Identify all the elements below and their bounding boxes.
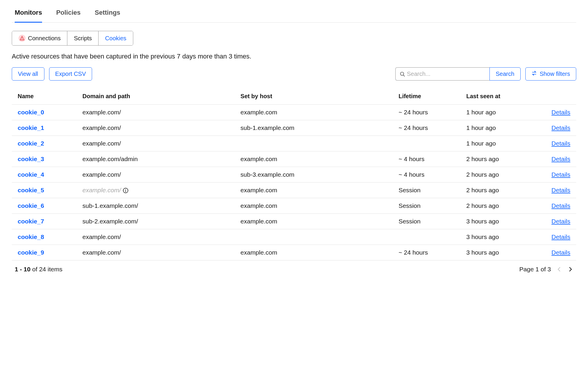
cell-lifetime: ~ 24 hours <box>396 245 463 260</box>
cell-domain-path: example.com/ <box>79 229 237 245</box>
cookie-name-link[interactable]: cookie_7 <box>18 218 44 225</box>
info-icon[interactable] <box>123 188 129 193</box>
sub-tab-label: Scripts <box>74 35 92 42</box>
cell-set-by-host: example.com <box>238 198 396 214</box>
page-description: Active resources that have been captured… <box>12 53 576 60</box>
cell-domain-path: sub-1.example.com/ <box>79 198 237 214</box>
cell-set-by-host: example.com <box>238 245 396 260</box>
table-row: cookie_2example.com/1 hour agoDetails <box>12 136 576 151</box>
cell-domain-path: example.com/ <box>79 167 237 183</box>
table-row: cookie_0example.com/example.com~ 24 hour… <box>12 105 576 120</box>
table-row: cookie_3example.com/adminexample.com~ 4 … <box>12 151 576 167</box>
details-link[interactable]: Details <box>552 140 570 147</box>
prev-page-button[interactable] <box>556 266 562 272</box>
cell-set-by-host: example.com <box>238 151 396 167</box>
table-row: cookie_1example.com/sub-1.example.com~ 2… <box>12 120 576 136</box>
details-link[interactable]: Details <box>552 171 570 178</box>
cell-last-seen: 3 hours ago <box>463 229 531 245</box>
cookie-name-link[interactable]: cookie_1 <box>18 124 44 131</box>
export-csv-button[interactable]: Export CSV <box>49 67 92 81</box>
details-link[interactable]: Details <box>552 233 570 240</box>
svg-point-2 <box>401 72 404 75</box>
sub-tab-cookies[interactable]: Cookies <box>98 31 133 45</box>
toolbar: View all Export CSV Search Show filters <box>12 67 576 81</box>
table-row: cookie_5example.com/example.comSession2 … <box>12 183 576 198</box>
cookie-name-link[interactable]: cookie_5 <box>18 187 44 193</box>
sub-tab-scripts[interactable]: Scripts <box>67 31 98 45</box>
show-filters-button[interactable]: Show filters <box>525 67 576 81</box>
table-row: cookie_8example.com/3 hours agoDetails <box>12 229 576 245</box>
cookies-table: Name Domain and path Set by host Lifetim… <box>12 89 576 260</box>
cell-last-seen: 2 hours ago <box>463 183 531 198</box>
cell-last-seen: 2 hours ago <box>463 198 531 214</box>
search-button[interactable]: Search <box>489 67 520 81</box>
details-link[interactable]: Details <box>552 124 570 131</box>
cell-domain-path: example.com/ <box>79 120 237 136</box>
cell-domain-path: sub-2.example.com/ <box>79 214 237 229</box>
sub-tab-label: Connections <box>28 35 61 42</box>
cell-lifetime: ~ 4 hours <box>396 167 463 183</box>
table-row: cookie_4example.com/sub-3.example.com~ 4… <box>12 167 576 183</box>
next-page-button[interactable] <box>567 266 573 272</box>
cookie-name-link[interactable]: cookie_3 <box>18 156 44 162</box>
details-link[interactable]: Details <box>552 218 570 225</box>
sub-tab-label: Cookies <box>105 35 126 42</box>
cell-set-by-host: sub-1.example.com <box>238 120 396 136</box>
details-link[interactable]: Details <box>552 187 570 193</box>
cell-last-seen: 1 hour ago <box>463 136 531 151</box>
tab-monitors[interactable]: Monitors <box>15 6 42 23</box>
cell-last-seen: 1 hour ago <box>463 120 531 136</box>
cell-domain-path: example.com/admin <box>79 151 237 167</box>
search-box <box>395 67 489 81</box>
cell-last-seen: 2 hours ago <box>463 167 531 183</box>
col-details <box>531 89 576 105</box>
col-domain-path: Domain and path <box>79 89 237 105</box>
cell-lifetime: Session <box>396 214 463 229</box>
cookie-name-link[interactable]: cookie_9 <box>18 249 44 256</box>
cell-lifetime <box>396 229 463 245</box>
table-row: cookie_7sub-2.example.com/example.comSes… <box>12 214 576 229</box>
cell-domain-path: example.com/ <box>79 136 237 151</box>
cell-last-seen: 2 hours ago <box>463 151 531 167</box>
cell-last-seen: 3 hours ago <box>463 214 531 229</box>
cell-last-seen: 1 hour ago <box>463 105 531 120</box>
search-input[interactable] <box>405 68 485 80</box>
cell-lifetime: Session <box>396 198 463 214</box>
warning-icon <box>19 35 26 42</box>
svg-point-1 <box>22 39 22 40</box>
tab-policies[interactable]: Policies <box>56 6 81 23</box>
cell-lifetime: ~ 24 hours <box>396 120 463 136</box>
page-label: Page 1 of 3 <box>519 266 551 273</box>
cell-domain-path: example.com/ <box>79 183 237 198</box>
svg-point-5 <box>125 189 126 190</box>
tab-settings[interactable]: Settings <box>95 6 120 23</box>
col-last-seen: Last seen at <box>463 89 531 105</box>
cookie-name-link[interactable]: cookie_2 <box>18 140 44 147</box>
cookie-name-link[interactable]: cookie_4 <box>18 171 44 178</box>
cell-lifetime <box>396 136 463 151</box>
view-all-button[interactable]: View all <box>12 67 44 81</box>
cell-set-by-host: example.com <box>238 105 396 120</box>
cell-last-seen: 3 hours ago <box>463 245 531 260</box>
details-link[interactable]: Details <box>552 109 570 116</box>
sub-tab-connections[interactable]: Connections <box>12 31 67 45</box>
cell-domain-path: example.com/ <box>79 245 237 260</box>
cell-set-by-host: example.com <box>238 183 396 198</box>
cell-set-by-host <box>238 136 396 151</box>
cell-lifetime: Session <box>396 183 463 198</box>
show-filters-label: Show filters <box>540 71 570 77</box>
cell-set-by-host <box>238 229 396 245</box>
col-set-by-host: Set by host <box>238 89 396 105</box>
cell-lifetime: ~ 24 hours <box>396 105 463 120</box>
col-lifetime: Lifetime <box>396 89 463 105</box>
details-link[interactable]: Details <box>552 202 570 209</box>
details-link[interactable]: Details <box>552 249 570 256</box>
cookie-name-link[interactable]: cookie_6 <box>18 202 44 209</box>
cell-domain-path: example.com/ <box>79 105 237 120</box>
pagination: 1 - 10 of 24 items Page 1 of 3 <box>12 260 576 273</box>
cookie-name-link[interactable]: cookie_0 <box>18 109 44 116</box>
cell-set-by-host: example.com <box>238 214 396 229</box>
details-link[interactable]: Details <box>552 156 570 162</box>
svg-line-3 <box>404 75 405 76</box>
cookie-name-link[interactable]: cookie_8 <box>18 233 44 240</box>
